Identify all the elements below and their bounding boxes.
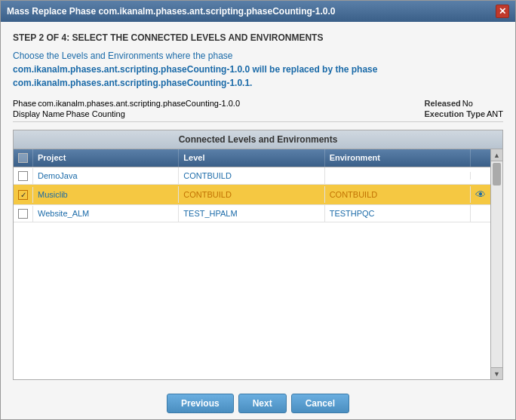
- row2-checkbox-cell: [14, 187, 33, 203]
- description-line1: Choose the Levels and Environments where…: [13, 51, 233, 61]
- row2-project: Musiclib: [33, 186, 179, 203]
- info-right: Released No Execution Type ANT: [425, 99, 503, 118]
- table-title: Connected Levels and Environments: [14, 130, 502, 149]
- footer: Previous Next Cancel: [1, 386, 515, 419]
- row3-level: TEST_HPALM: [179, 205, 324, 222]
- row1-action: [471, 172, 490, 179]
- row2-checkbox[interactable]: [18, 190, 28, 200]
- row3-environment: TESTHPQC: [325, 205, 471, 222]
- row1-project: DemoJava: [33, 167, 179, 184]
- previous-button[interactable]: Previous: [167, 394, 234, 413]
- row1-environment: [325, 172, 471, 179]
- row3-project: Website_ALM: [33, 205, 179, 222]
- dialog: Mass Replace Phase com.ikanalm.phases.an…: [0, 0, 516, 420]
- display-name-value: Phase Counting: [66, 109, 124, 118]
- row1-checkbox[interactable]: [18, 171, 28, 181]
- row2-action[interactable]: 👁: [471, 185, 490, 204]
- info-left: Phase com.ikanalm.phases.ant.scripting.p…: [13, 99, 240, 118]
- table-header: Project Level Environment: [14, 149, 490, 167]
- row1-level: CONTBUILD: [179, 167, 324, 184]
- scrollbar[interactable]: ▲ ▼: [490, 149, 502, 379]
- execution-type-value: ANT: [487, 109, 503, 118]
- row3-action: [471, 210, 490, 217]
- info-bar: Phase com.ikanalm.phases.ant.scripting.p…: [13, 99, 503, 122]
- table-row: DemoJava CONTBUILD: [14, 167, 490, 185]
- description: Choose the Levels and Environments where…: [13, 49, 503, 90]
- execution-type-label: Execution Type: [425, 109, 485, 118]
- header-checkbox[interactable]: [18, 153, 28, 163]
- display-name-info: Display Name Phase Counting: [13, 109, 240, 118]
- row2-environment: CONTBUILD: [325, 186, 471, 203]
- connected-levels-table: Connected Levels and Environments Projec…: [13, 130, 503, 380]
- scrollbar-thumb[interactable]: [493, 163, 501, 185]
- phase-info: Phase com.ikanalm.phases.ant.scripting.p…: [13, 99, 240, 108]
- next-button[interactable]: Next: [238, 394, 287, 413]
- content-area: STEP 2 OF 4: SELECT THE CONNECTED LEVELS…: [1, 22, 515, 386]
- title-bar: Mass Replace Phase com.ikanalm.phases.an…: [1, 1, 515, 22]
- released-label: Released: [425, 99, 461, 108]
- display-name-label: Display Name: [13, 109, 64, 118]
- released-value: No: [462, 99, 473, 108]
- header-checkbox-cell: [14, 149, 33, 167]
- col-level: Level: [179, 149, 324, 167]
- col-actions: [471, 149, 490, 167]
- row3-checkbox[interactable]: [18, 209, 28, 219]
- table-row: Website_ALM TEST_HPALM TESTHPQC: [14, 205, 490, 222]
- description-line3: com.ikanalm.phases.ant.scripting.phaseCo…: [13, 78, 252, 88]
- row3-checkbox-cell: [14, 206, 33, 222]
- row2-level: CONTBUILD: [179, 186, 324, 203]
- table-body: DemoJava CONTBUILD Musiclib CONTBUILD CO…: [14, 167, 490, 379]
- step-header: STEP 2 OF 4: SELECT THE CONNECTED LEVELS…: [13, 32, 503, 43]
- dialog-title: Mass Replace Phase com.ikanalm.phases.an…: [7, 6, 335, 17]
- description-line2: com.ikanalm.phases.ant.scripting.phaseCo…: [13, 64, 377, 75]
- phase-value: com.ikanalm.phases.ant.scripting.phaseCo…: [38, 99, 240, 108]
- eye-icon[interactable]: 👁: [475, 189, 486, 201]
- execution-type-info: Execution Type ANT: [425, 109, 503, 118]
- col-environment: Environment: [325, 149, 471, 167]
- cancel-button[interactable]: Cancel: [291, 394, 349, 413]
- table-row: Musiclib CONTBUILD CONTBUILD 👁: [14, 185, 490, 205]
- phase-label: Phase: [13, 99, 36, 108]
- released-info: Released No: [425, 99, 503, 108]
- row1-checkbox-cell: [14, 168, 33, 184]
- close-button[interactable]: ✕: [496, 5, 509, 18]
- col-project: Project: [33, 149, 179, 167]
